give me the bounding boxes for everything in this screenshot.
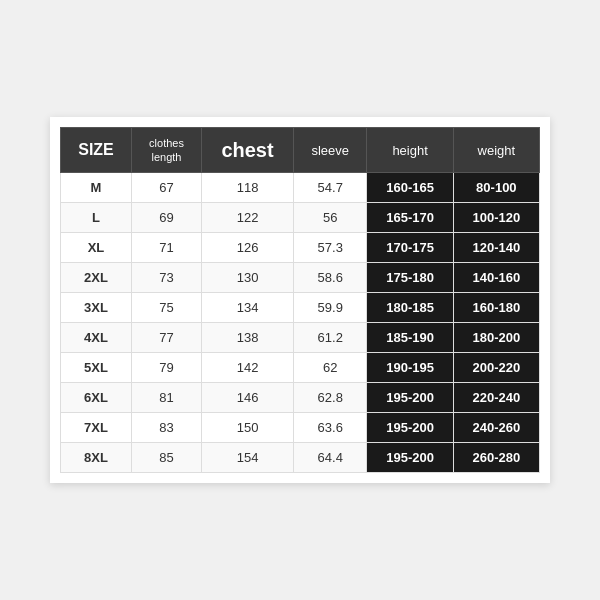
cell-sleeve: 62.8 (293, 383, 367, 413)
cell-weight: 240-260 (453, 413, 539, 443)
cell-chest: 118 (202, 173, 294, 203)
cell-clothes-length: 67 (131, 173, 201, 203)
table-row: 7XL 83 150 63.6 195-200 240-260 (61, 413, 540, 443)
cell-height: 180-185 (367, 293, 453, 323)
table-row: M 67 118 54.7 160-165 80-100 (61, 173, 540, 203)
cell-sleeve: 54.7 (293, 173, 367, 203)
cell-height: 195-200 (367, 383, 453, 413)
cell-sleeve: 59.9 (293, 293, 367, 323)
cell-sleeve: 64.4 (293, 443, 367, 473)
cell-weight: 140-160 (453, 263, 539, 293)
cell-chest: 130 (202, 263, 294, 293)
cell-size: 6XL (61, 383, 132, 413)
cell-clothes-length: 85 (131, 443, 201, 473)
cell-clothes-length: 77 (131, 323, 201, 353)
header-size: SIZE (61, 127, 132, 173)
cell-height: 195-200 (367, 443, 453, 473)
cell-size: 3XL (61, 293, 132, 323)
header-chest: chest (202, 127, 294, 173)
cell-weight: 80-100 (453, 173, 539, 203)
cell-height: 165-170 (367, 203, 453, 233)
table-header-row: SIZE clotheslength chest sleeve height w… (61, 127, 540, 173)
header-height: height (367, 127, 453, 173)
cell-clothes-length: 73 (131, 263, 201, 293)
cell-weight: 260-280 (453, 443, 539, 473)
cell-size: 8XL (61, 443, 132, 473)
cell-chest: 150 (202, 413, 294, 443)
cell-sleeve: 58.6 (293, 263, 367, 293)
cell-size: 4XL (61, 323, 132, 353)
table-row: 6XL 81 146 62.8 195-200 220-240 (61, 383, 540, 413)
cell-height: 185-190 (367, 323, 453, 353)
cell-clothes-length: 81 (131, 383, 201, 413)
table-row: L 69 122 56 165-170 100-120 (61, 203, 540, 233)
cell-weight: 180-200 (453, 323, 539, 353)
cell-height: 190-195 (367, 353, 453, 383)
cell-size: 2XL (61, 263, 132, 293)
size-chart-container: SIZE clotheslength chest sleeve height w… (50, 117, 550, 484)
cell-chest: 122 (202, 203, 294, 233)
header-weight: weight (453, 127, 539, 173)
cell-chest: 154 (202, 443, 294, 473)
table-row: 3XL 75 134 59.9 180-185 160-180 (61, 293, 540, 323)
table-row: XL 71 126 57.3 170-175 120-140 (61, 233, 540, 263)
cell-size: 7XL (61, 413, 132, 443)
cell-chest: 134 (202, 293, 294, 323)
cell-weight: 160-180 (453, 293, 539, 323)
cell-clothes-length: 71 (131, 233, 201, 263)
cell-sleeve: 56 (293, 203, 367, 233)
table-row: 2XL 73 130 58.6 175-180 140-160 (61, 263, 540, 293)
cell-weight: 200-220 (453, 353, 539, 383)
cell-weight: 100-120 (453, 203, 539, 233)
cell-height: 195-200 (367, 413, 453, 443)
table-body: M 67 118 54.7 160-165 80-100 L 69 122 56… (61, 173, 540, 473)
cell-size: 5XL (61, 353, 132, 383)
cell-height: 160-165 (367, 173, 453, 203)
cell-height: 175-180 (367, 263, 453, 293)
cell-size: XL (61, 233, 132, 263)
table-row: 8XL 85 154 64.4 195-200 260-280 (61, 443, 540, 473)
cell-chest: 138 (202, 323, 294, 353)
cell-weight: 120-140 (453, 233, 539, 263)
cell-sleeve: 61.2 (293, 323, 367, 353)
cell-weight: 220-240 (453, 383, 539, 413)
cell-chest: 146 (202, 383, 294, 413)
cell-clothes-length: 69 (131, 203, 201, 233)
cell-size: M (61, 173, 132, 203)
cell-clothes-length: 79 (131, 353, 201, 383)
cell-size: L (61, 203, 132, 233)
cell-chest: 126 (202, 233, 294, 263)
cell-height: 170-175 (367, 233, 453, 263)
table-row: 5XL 79 142 62 190-195 200-220 (61, 353, 540, 383)
table-row: 4XL 77 138 61.2 185-190 180-200 (61, 323, 540, 353)
cell-clothes-length: 83 (131, 413, 201, 443)
size-chart-table: SIZE clotheslength chest sleeve height w… (60, 127, 540, 474)
cell-sleeve: 57.3 (293, 233, 367, 263)
cell-chest: 142 (202, 353, 294, 383)
cell-sleeve: 63.6 (293, 413, 367, 443)
cell-sleeve: 62 (293, 353, 367, 383)
header-sleeve: sleeve (293, 127, 367, 173)
header-clothes-length: clotheslength (131, 127, 201, 173)
cell-clothes-length: 75 (131, 293, 201, 323)
